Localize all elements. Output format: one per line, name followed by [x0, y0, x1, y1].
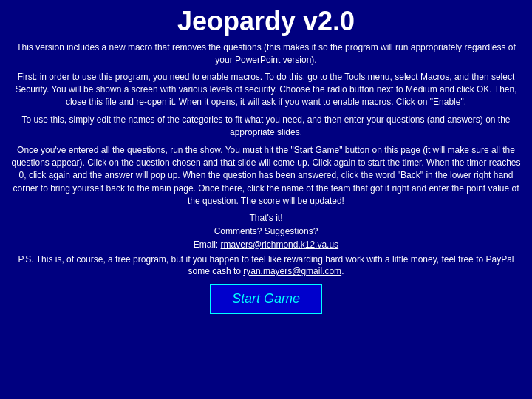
- instructions-section3: Once you've entered all the questions, r…: [7, 144, 525, 208]
- email-section: Email: rmavers@richmond.k12.va.us: [194, 239, 338, 250]
- instructions-section2: To use this, simply edit the names of th…: [7, 114, 525, 140]
- instructions-section1: First: in order to use this program, you…: [7, 71, 525, 109]
- comments-text: Comments? Suggestions?: [214, 226, 318, 236]
- email-label: Email:: [194, 239, 221, 250]
- thats-it-text: That's it!: [250, 213, 283, 223]
- paypal-link[interactable]: ryan.mayers@gmail.com: [243, 266, 341, 276]
- ps-section: P.S. This is, of course, a free program,…: [7, 253, 525, 279]
- page-title: Jeopardy v2.0: [177, 6, 355, 37]
- ps-end: .: [341, 266, 344, 276]
- subtitle-text: This version includes a new macro that r…: [7, 41, 525, 66]
- email-link[interactable]: rmavers@richmond.k12.va.us: [221, 239, 339, 250]
- start-game-button[interactable]: Start Game: [210, 284, 322, 314]
